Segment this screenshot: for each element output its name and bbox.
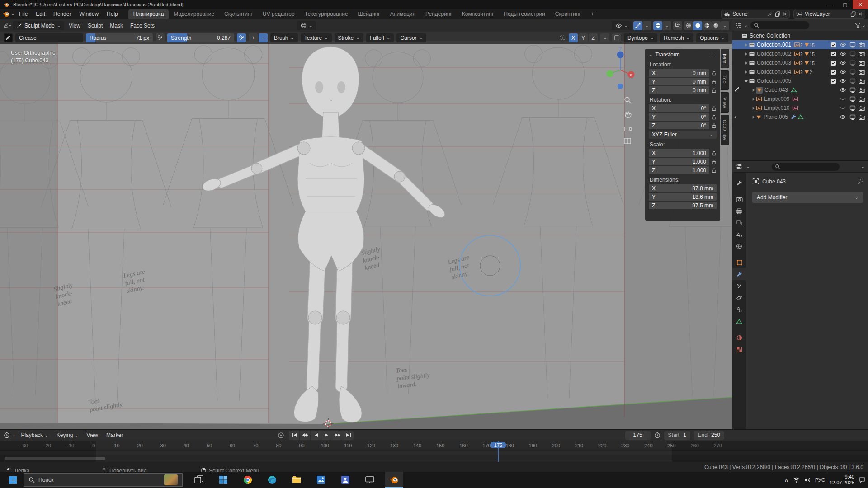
shading-solid-button[interactable] bbox=[693, 21, 702, 30]
eye-closed-toggle[interactable] bbox=[838, 105, 848, 111]
jump-to-start-button[interactable] bbox=[289, 431, 299, 440]
editor-type-dropdown[interactable]: ⌄ bbox=[744, 23, 748, 28]
outliner-row[interactable]: Empty.009 bbox=[732, 94, 868, 103]
transform-field[interactable]: Z1.000 bbox=[649, 166, 709, 174]
workspace-tab[interactable]: Скриптинг bbox=[550, 9, 586, 19]
taskbar-search-input[interactable]: Поиск bbox=[24, 473, 183, 487]
next-keyframe-button[interactable] bbox=[332, 431, 343, 440]
workspace-tab[interactable]: Моделирование bbox=[169, 9, 219, 19]
language-indicator[interactable]: РУС bbox=[815, 477, 825, 483]
eye-toggle[interactable] bbox=[838, 78, 848, 84]
blender-menu-icon[interactable] bbox=[3, 10, 15, 18]
eye-toggle[interactable] bbox=[838, 114, 848, 120]
transform-field[interactable]: Z0 mm bbox=[649, 86, 709, 94]
texture-dropdown[interactable]: Texture⌄ bbox=[301, 33, 332, 42]
timeline-menu-keying[interactable]: Keying ⌄ bbox=[53, 431, 82, 439]
camera-toggle[interactable] bbox=[857, 87, 867, 93]
edge-icon[interactable] bbox=[263, 472, 281, 488]
mirror-z-toggle[interactable]: Z bbox=[589, 33, 598, 42]
outliner-row[interactable]: Collection.002215 bbox=[732, 49, 868, 58]
outliner-row[interactable]: Empty.010 bbox=[732, 103, 868, 113]
autokey-record-button[interactable] bbox=[278, 432, 284, 439]
check-toggle[interactable] bbox=[829, 60, 838, 66]
filter-icon[interactable] bbox=[855, 23, 861, 28]
maximize-button[interactable]: ▢ bbox=[837, 0, 853, 9]
close-icon[interactable] bbox=[783, 12, 787, 16]
workspace-tab[interactable]: Рендеринг bbox=[420, 9, 457, 19]
viewlayer-selector[interactable]: ViewLayer bbox=[793, 10, 865, 19]
chrome-icon[interactable] bbox=[239, 472, 257, 488]
viewport-3d[interactable]: Slightly knock- kneed Legs are full, not… bbox=[0, 19, 732, 429]
brush-preview-icon[interactable] bbox=[4, 33, 13, 42]
close-icon[interactable] bbox=[858, 12, 863, 16]
drag-grip-icon[interactable]: :::: bbox=[710, 52, 717, 57]
lock-icon[interactable] bbox=[712, 150, 717, 156]
breadcrumb-object-name[interactable]: Cube.043 bbox=[762, 178, 786, 185]
transform-field[interactable]: X0 mm bbox=[649, 69, 709, 77]
workspace-tab[interactable]: Ноды геометрии bbox=[499, 9, 550, 19]
transform-field[interactable]: Z97.5 mm bbox=[649, 202, 717, 209]
gizmo-toggle[interactable] bbox=[633, 21, 642, 30]
start-button[interactable] bbox=[4, 472, 22, 488]
viewport-menu-mask[interactable]: Mask bbox=[106, 22, 127, 30]
workspace-tab[interactable]: Анимация bbox=[385, 9, 420, 19]
properties-tab-tool[interactable] bbox=[732, 177, 746, 189]
monitor-off-toggle[interactable] bbox=[848, 51, 857, 57]
monitor-off-toggle[interactable] bbox=[848, 78, 857, 84]
camera-toggle[interactable] bbox=[857, 69, 867, 75]
copy-icon[interactable] bbox=[850, 11, 856, 17]
store-icon[interactable] bbox=[214, 472, 232, 488]
menu-help[interactable]: Help bbox=[103, 10, 122, 18]
workspace-tab[interactable]: Текстурирование bbox=[300, 9, 353, 19]
expand-right-icon[interactable] bbox=[750, 115, 756, 119]
workspace-tab[interactable]: Планировка bbox=[128, 9, 169, 19]
viewport-menu-face-sets[interactable]: Face Sets bbox=[127, 22, 158, 30]
camera-toggle[interactable] bbox=[857, 78, 867, 84]
transform-field[interactable]: Y0 mm bbox=[649, 78, 709, 85]
monitor-on-toggle[interactable] bbox=[848, 105, 857, 111]
expand-right-icon[interactable] bbox=[743, 61, 749, 65]
editor-type-dropdown[interactable]: ⌄ bbox=[12, 433, 15, 437]
properties-tab-viewlayer[interactable] bbox=[732, 217, 746, 229]
strength-pressure-icon[interactable] bbox=[237, 33, 246, 42]
properties-tab-render[interactable] bbox=[732, 193, 746, 205]
mirror-x-toggle[interactable]: X bbox=[569, 33, 578, 42]
properties-tab-output[interactable] bbox=[732, 205, 746, 217]
dyntopo-checkbox[interactable] bbox=[612, 33, 621, 42]
clock[interactable]: 9:40 12.07.2025 bbox=[830, 474, 854, 486]
remesh-dropdown[interactable]: Remesh⌄ bbox=[660, 33, 693, 42]
monitor-on-toggle[interactable] bbox=[848, 87, 857, 93]
lock-icon[interactable] bbox=[712, 168, 717, 173]
rotation-mode-dropdown[interactable]: XYZ Euler⌄ bbox=[649, 131, 717, 139]
cursor-dropdown[interactable]: Cursor⌄ bbox=[396, 33, 426, 42]
editor-type-icon[interactable] bbox=[736, 164, 742, 170]
sidebar-tab-ocd_lite[interactable]: OCD_lite bbox=[721, 115, 729, 145]
sidebar-tab-view[interactable]: View bbox=[721, 92, 729, 113]
network-icon[interactable] bbox=[793, 477, 800, 483]
outliner-search-input[interactable] bbox=[750, 21, 809, 29]
properties-tab-constraints[interactable] bbox=[732, 304, 746, 315]
lock-icon[interactable] bbox=[712, 79, 717, 84]
properties-options-dropdown[interactable]: ⌄ bbox=[861, 164, 865, 169]
shading-dropdown[interactable]: ⌄ bbox=[720, 21, 729, 30]
sidebar-tab-item[interactable]: Item bbox=[721, 49, 729, 68]
outliner-row[interactable]: Cube.043 bbox=[732, 85, 868, 94]
brush-subtract-button[interactable]: − bbox=[259, 33, 268, 42]
editor-type-icon[interactable] bbox=[3, 21, 12, 30]
properties-tab-world[interactable] bbox=[732, 240, 746, 252]
mode-selector[interactable]: Sculpt Mode⌄ bbox=[13, 21, 64, 30]
properties-tab-object[interactable] bbox=[732, 257, 746, 268]
lock-icon[interactable] bbox=[712, 114, 717, 120]
workspace-tab[interactable]: Шейдинг bbox=[353, 9, 385, 19]
camera-toggle[interactable] bbox=[857, 96, 867, 102]
viewport-menu-view[interactable]: View bbox=[65, 22, 84, 30]
transform-field[interactable]: Y18.6 mm bbox=[649, 193, 717, 201]
brush-name-field[interactable]: Crease bbox=[15, 33, 83, 42]
mirror-y-toggle[interactable]: Y bbox=[579, 33, 588, 42]
task-view-icon[interactable] bbox=[190, 472, 208, 488]
falloff-dropdown[interactable]: Falloff⌄ bbox=[366, 33, 394, 42]
jump-to-end-button[interactable] bbox=[343, 431, 354, 440]
shading-rendered-button[interactable] bbox=[711, 21, 720, 30]
transform-field[interactable]: X87.8 mm bbox=[649, 184, 717, 192]
monitor-on-toggle[interactable] bbox=[848, 96, 857, 102]
